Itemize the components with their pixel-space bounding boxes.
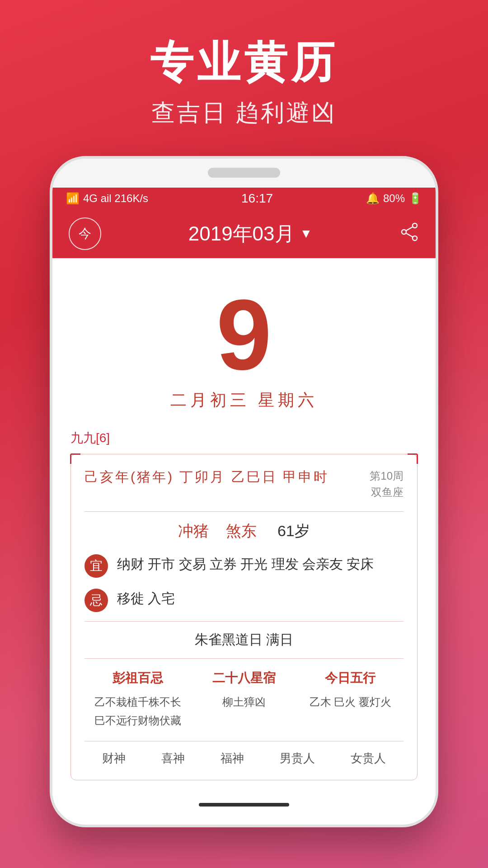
alarm-icon: 🔔 <box>366 192 380 205</box>
dropdown-arrow-icon: ▼ <box>300 226 313 241</box>
three-cols: 彭祖百忌 乙不栽植千株不长 巳不远行财物伏藏 二十八星宿 柳土獐凶 今日五行 乙… <box>84 670 404 730</box>
signal-text: 4G ail 216K/s <box>83 192 148 205</box>
status-left: 📶 4G ail 216K/s <box>66 192 148 205</box>
svg-point-1 <box>402 230 406 234</box>
wuxing-col: 今日五行 乙木 巳火 覆灯火 <box>297 670 404 730</box>
status-bar: 📶 4G ail 216K/s 16:17 🔔 80% 🔋 <box>52 188 436 209</box>
phone-screen: 9 二月初三 星期六 九九[6] 己亥年(猪年) 丁卯月 乙巳日 甲申时 第10… <box>52 258 436 825</box>
home-indicator <box>199 803 289 807</box>
wuxing-content: 乙木 巳火 覆灯火 <box>297 693 404 712</box>
yi-content: 纳财 开市 交易 立券 开光 理发 会亲友 安床 <box>117 552 404 576</box>
week-zodiac: 第10周 双鱼座 <box>370 468 404 500</box>
status-right: 🔔 80% 🔋 <box>366 192 422 205</box>
promo-section: 专业黄历 查吉日 趋利避凶 <box>150 0 338 156</box>
divider-3 <box>84 658 404 659</box>
pengzu-content: 乙不栽植千株不长 巳不远行财物伏藏 <box>84 693 191 730</box>
month-selector[interactable]: 2019年03月 ▼ <box>188 221 313 247</box>
share-icon <box>399 222 419 242</box>
svg-line-3 <box>406 227 413 231</box>
ji-content: 移徙 入宅 <box>117 587 404 610</box>
divider-2 <box>84 621 404 622</box>
lunar-info: 二月初三 星期六 <box>70 389 418 411</box>
signal-icon: 📶 <box>66 192 80 205</box>
battery-percent: 80% <box>383 192 405 205</box>
wuxing-title: 今日五行 <box>297 670 404 687</box>
sha-text: 煞东 <box>226 522 257 539</box>
svg-point-2 <box>413 236 417 241</box>
xiu-title: 二十八星宿 <box>191 670 297 687</box>
yi-ji-section: 宜 纳财 开市 交易 立券 开光 理发 会亲友 安床 忌 移徙 入宅 <box>84 552 404 612</box>
svg-line-4 <box>406 233 413 237</box>
zodiac-text: 双鱼座 <box>370 484 404 500</box>
share-button[interactable] <box>399 222 419 246</box>
promo-subtitle: 查吉日 趋利避凶 <box>150 97 338 129</box>
ji-row: 忌 移徙 入宅 <box>84 587 404 612</box>
month-text: 2019年03月 <box>188 221 295 247</box>
pengzu-line2: 巳不远行财物伏藏 <box>84 712 191 730</box>
ji-badge: 忌 <box>84 589 108 612</box>
xiu-content: 柳土獐凶 <box>191 693 297 712</box>
phone-top-area <box>52 159 436 188</box>
phone-mockup: 📶 4G ail 216K/s 16:17 🔔 80% 🔋 今 2019年03月… <box>50 156 438 827</box>
xiu-col: 二十八星宿 柳土獐凶 <box>191 670 297 730</box>
yi-badge: 宜 <box>84 554 108 578</box>
status-time: 16:17 <box>241 191 273 206</box>
phone-bottom <box>52 794 436 825</box>
bottom-nvguiren: 女贵人 <box>351 750 386 766</box>
yi-label: 宜 <box>90 557 103 575</box>
speaker <box>208 168 280 178</box>
bottom-nanguiren: 男贵人 <box>280 750 315 766</box>
yi-row: 宜 纳财 开市 交易 立券 开光 理发 会亲友 安床 <box>84 552 404 578</box>
date-display: 9 二月初三 星期六 <box>52 258 436 429</box>
bottom-row: 财神 喜神 福神 男贵人 女贵人 <box>84 741 404 766</box>
chong-sha: 冲猪 煞东 61岁 <box>84 521 404 542</box>
week-text: 第10周 <box>370 468 404 484</box>
day-number: 9 <box>70 285 418 385</box>
bottom-fusheng: 福神 <box>221 750 244 766</box>
pengzu-title: 彭祖百忌 <box>84 670 191 687</box>
pengzu-col: 彭祖百忌 乙不栽植千株不长 巳不远行财物伏藏 <box>84 670 191 730</box>
battery-icon: 🔋 <box>408 192 422 205</box>
app-header: 今 2019年03月 ▼ <box>52 209 436 258</box>
chong-text: 冲猪 <box>178 522 209 539</box>
special-day: 朱雀黑道日 满日 <box>84 631 404 649</box>
jiujiu-label: 九九[6] <box>70 429 418 447</box>
divider-1 <box>84 511 404 512</box>
svg-point-0 <box>413 223 417 228</box>
bottom-xisheng: 喜神 <box>161 750 185 766</box>
ji-label: 忌 <box>90 592 103 609</box>
bottom-caisheng: 财神 <box>102 750 126 766</box>
ganzhi-text: 己亥年(猪年) 丁卯月 乙巳日 甲申时 <box>84 468 329 486</box>
today-button[interactable]: 今 <box>69 217 101 250</box>
pengzu-line1: 乙不栽植千株不长 <box>84 693 191 712</box>
calendar-info: 九九[6] 己亥年(猪年) 丁卯月 乙巳日 甲申时 第10周 双鱼座 冲猪 煞东 <box>52 429 436 794</box>
today-label: 今 <box>79 225 91 242</box>
ganzhi-row: 己亥年(猪年) 丁卯月 乙巳日 甲申时 第10周 双鱼座 <box>84 468 404 500</box>
promo-title: 专业黄历 <box>150 36 338 88</box>
info-card: 己亥年(猪年) 丁卯月 乙巳日 甲申时 第10周 双鱼座 冲猪 煞东 61岁 <box>70 454 418 780</box>
age-text: 61岁 <box>277 522 310 539</box>
